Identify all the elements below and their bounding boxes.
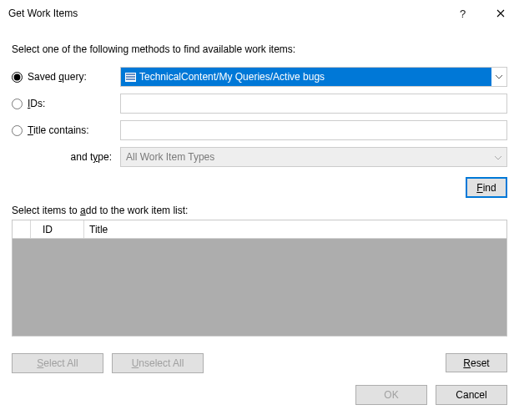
radio-ids[interactable] xyxy=(12,99,23,109)
cancel-button[interactable]: Cancel xyxy=(436,385,507,405)
title-bar: Get Work Items ? xyxy=(0,0,519,27)
select-all-button: Select All xyxy=(12,353,103,373)
title-contains-input[interactable] xyxy=(120,120,507,140)
window-title: Get Work Items xyxy=(8,8,78,19)
ok-button: OK xyxy=(355,385,427,405)
label-type: and type: xyxy=(71,151,112,163)
results-grid[interactable]: ID Title xyxy=(12,220,507,337)
type-combo: All Work Item Types xyxy=(120,147,507,167)
column-header-title[interactable]: Title xyxy=(84,220,506,238)
query-list-icon xyxy=(124,71,136,83)
grid-header: ID Title xyxy=(13,220,506,239)
unselect-all-button: Unselect All xyxy=(112,353,204,373)
list-label: Select items to add to the work item lis… xyxy=(12,205,507,216)
chevron-down-icon xyxy=(491,68,506,86)
label-saved-query: Saved query: xyxy=(28,71,87,83)
type-combo-text: All Work Item Types xyxy=(126,151,214,163)
radio-title-contains[interactable] xyxy=(12,125,23,136)
grid-body xyxy=(13,239,506,336)
saved-query-text: TechnicalContent/My Queries/Active bugs xyxy=(139,71,325,83)
close-icon xyxy=(496,9,505,18)
label-title-contains: Title contains: xyxy=(28,124,89,136)
row-saved-query: Saved query: TechnicalContent/My Queries… xyxy=(12,67,507,87)
help-button[interactable]: ? xyxy=(444,0,481,27)
radio-saved-query[interactable] xyxy=(12,72,23,83)
chevron-down-icon xyxy=(495,153,501,162)
find-button[interactable]: Find xyxy=(466,177,507,198)
row-ids: IDs: xyxy=(12,94,507,114)
column-header-selector[interactable] xyxy=(13,220,31,238)
label-ids: IDs: xyxy=(28,98,45,109)
column-header-id[interactable]: ID xyxy=(31,220,84,238)
ids-input[interactable] xyxy=(120,94,507,114)
reset-button[interactable]: Reset xyxy=(446,353,507,372)
saved-query-selected: TechnicalContent/My Queries/Active bugs xyxy=(121,68,491,86)
row-type: and type: All Work Item Types xyxy=(12,147,507,167)
instruction-text: Select one of the following methods to f… xyxy=(12,43,507,55)
row-title-contains: Title contains: xyxy=(12,120,507,140)
close-button[interactable] xyxy=(481,0,519,27)
saved-query-combo[interactable]: TechnicalContent/My Queries/Active bugs xyxy=(120,67,507,87)
